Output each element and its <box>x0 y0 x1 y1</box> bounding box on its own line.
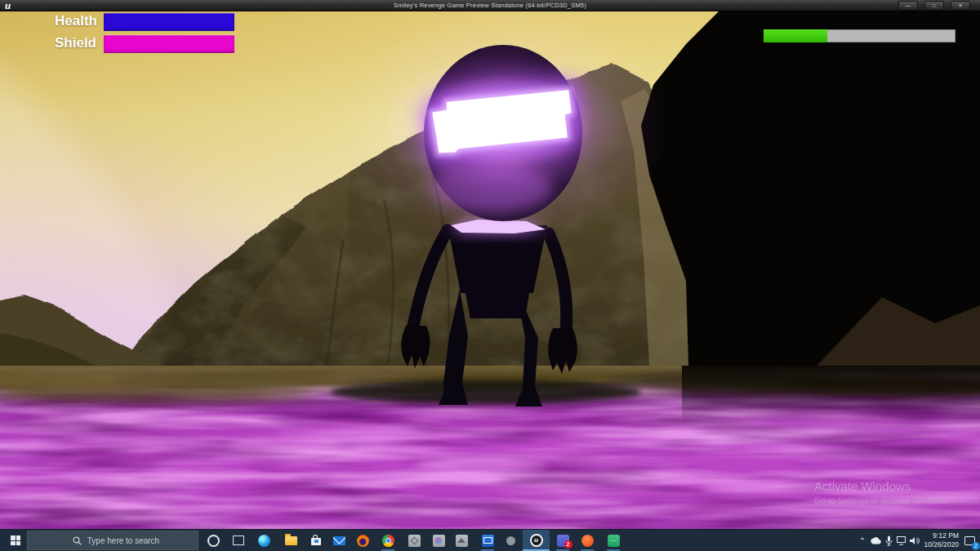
game-viewport[interactable]: Health Shield Activate Windows Go to Set… <box>0 11 980 529</box>
3d-viewer-icon <box>408 535 421 547</box>
shield-label: Shield <box>55 35 96 51</box>
onedrive-icon[interactable] <box>869 530 882 551</box>
network-display-icon[interactable] <box>895 530 908 551</box>
discord-icon: 2 <box>557 535 569 547</box>
store-icon <box>311 538 321 545</box>
chat-app-icon: ⋯ <box>608 535 620 547</box>
unreal-engine-window-button[interactable]: u <box>523 530 550 551</box>
cortana-button[interactable] <box>203 530 223 551</box>
tray-time: 9:12 PM <box>923 531 959 540</box>
photos-icon <box>456 535 468 547</box>
start-button[interactable] <box>5 530 26 551</box>
chrome-button[interactable] <box>378 530 398 551</box>
file-explorer-button[interactable] <box>281 530 301 551</box>
game-scene <box>0 11 980 529</box>
maximize-button[interactable]: □ <box>925 2 943 10</box>
speaker-icon[interactable] <box>908 530 921 551</box>
mail-icon <box>333 536 345 545</box>
file-explorer-icon <box>285 536 297 545</box>
edge-icon <box>258 535 270 547</box>
shield-bar <box>104 35 234 53</box>
paint-3d-icon <box>433 535 445 547</box>
movies-tv-icon <box>482 535 494 547</box>
task-view-icon <box>233 535 244 545</box>
close-button[interactable]: ✕ <box>951 2 969 10</box>
activate-windows-watermark: Activate Windows Go to Settings to activ… <box>814 480 950 505</box>
discord-button[interactable]: 2 <box>553 530 572 551</box>
store-button[interactable] <box>306 530 326 551</box>
search-placeholder: Type here to search <box>87 536 159 545</box>
minimize-button[interactable]: — <box>899 2 917 10</box>
firefox-button[interactable] <box>353 530 372 551</box>
paint-3d-button[interactable] <box>429 530 448 551</box>
enemy-health-bar <box>764 29 956 42</box>
chrome-icon <box>382 535 394 547</box>
task-view-button[interactable] <box>229 530 248 551</box>
search-input[interactable]: Type here to search <box>27 531 198 550</box>
window-titlebar[interactable]: u Smiley's Revenge Game Preview Standalo… <box>0 0 980 11</box>
tray-expand-button[interactable]: ⌃ <box>856 530 869 551</box>
windows-logo-icon <box>11 535 20 545</box>
desktop: u Smiley's Revenge Game Preview Standalo… <box>0 0 980 551</box>
movies-tv-button[interactable] <box>478 530 497 551</box>
cortana-icon <box>207 535 220 547</box>
mail-button[interactable] <box>329 530 349 551</box>
tray-clock[interactable]: 9:12 PM 10/26/2020 <box>923 531 959 549</box>
microphone-icon[interactable] <box>882 530 895 551</box>
window-title: Smiley's Revenge Game Preview Standalone… <box>0 2 980 9</box>
firefox-icon <box>357 535 369 547</box>
health-bar <box>104 13 234 31</box>
discord-badge: 2 <box>564 540 572 549</box>
origin-button[interactable] <box>577 530 597 551</box>
unreal-engine-icon: u <box>530 534 543 547</box>
action-center-button[interactable]: 2 <box>960 530 978 551</box>
enemy-health-fill <box>764 29 827 42</box>
action-center-badge: 2 <box>972 542 980 550</box>
search-icon <box>73 536 82 545</box>
photos-button[interactable] <box>452 530 471 551</box>
mixed-reality-button[interactable] <box>501 530 520 551</box>
mixed-reality-icon <box>506 536 515 545</box>
edge-button[interactable] <box>254 530 274 551</box>
3d-viewer-button[interactable] <box>404 530 424 551</box>
taskbar: Type here to search u 2 ⋯ ⌃ <box>0 529 980 551</box>
origin-icon <box>581 535 594 547</box>
health-label: Health <box>55 13 97 29</box>
chat-app-button[interactable]: ⋯ <box>604 530 623 551</box>
tray-date: 10/26/2020 <box>923 540 959 549</box>
